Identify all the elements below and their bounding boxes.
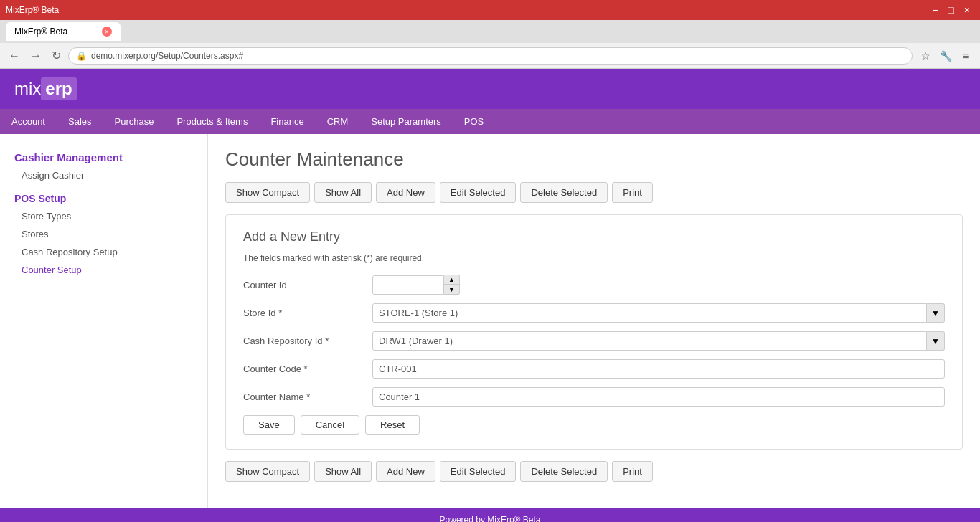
- store-id-row: Store Id * STORE-1 (Store 1) ▼: [243, 303, 945, 323]
- top-button-bar: Show Compact Show All Add New Edit Selec…: [225, 182, 963, 203]
- sidebar-item-store-types[interactable]: Store Types: [0, 207, 207, 225]
- store-id-dropdown-button[interactable]: ▼: [927, 303, 945, 323]
- back-button[interactable]: ←: [6, 47, 23, 65]
- nav-account[interactable]: Account: [0, 109, 57, 134]
- page-title: Counter Maintenance: [225, 148, 963, 171]
- cancel-button[interactable]: Cancel: [301, 415, 359, 435]
- tab-close-icon[interactable]: ×: [102, 27, 112, 37]
- logo-erp: erp: [41, 77, 76, 100]
- app-header: mixerp: [0, 69, 980, 109]
- counter-name-control: [372, 387, 945, 407]
- show-all-bottom-button[interactable]: Show All: [314, 461, 372, 482]
- pos-setup-title: POS Setup: [0, 184, 207, 207]
- counter-id-label: Counter Id: [243, 280, 372, 290]
- print-bottom-button[interactable]: Print: [612, 461, 653, 482]
- store-id-label: Store Id *: [243, 308, 372, 318]
- browser-window: MixErp® Beta − □ × MixErp® Beta × ← → ↻ …: [0, 0, 980, 69]
- cash-repo-id-control: DRW1 (Drawer 1) ▼: [372, 331, 945, 351]
- print-top-button[interactable]: Print: [612, 182, 653, 203]
- edit-selected-top-button[interactable]: Edit Selected: [440, 182, 517, 203]
- add-new-top-button[interactable]: Add New: [376, 182, 435, 203]
- store-id-select[interactable]: STORE-1 (Store 1): [372, 303, 927, 323]
- forward-button[interactable]: →: [27, 47, 44, 65]
- nav-crm[interactable]: CRM: [316, 109, 360, 134]
- delete-selected-bottom-button[interactable]: Delete Selected: [520, 461, 608, 482]
- sidebar-item-assign-cashier[interactable]: Assign Cashier: [0, 166, 207, 184]
- toolbar-icons: ☆ 🔧 ≡: [917, 47, 974, 65]
- close-button[interactable]: ×: [960, 0, 974, 20]
- save-button[interactable]: Save: [243, 415, 295, 435]
- tab-title: MixErp® Beta: [14, 27, 67, 37]
- show-compact-top-button[interactable]: Show Compact: [225, 182, 310, 203]
- app-footer: Powered by MixErp® Beta: [0, 508, 980, 522]
- menu-icon[interactable]: ≡: [957, 47, 974, 65]
- sidebar: Cashier Management Assign Cashier POS Se…: [0, 134, 208, 508]
- window-controls: − □ ×: [928, 0, 974, 20]
- maximize-button[interactable]: □: [943, 0, 958, 20]
- tab-bar: MixErp® Beta ×: [0, 20, 980, 43]
- nav-finance[interactable]: Finance: [259, 109, 315, 134]
- title-bar: MixErp® Beta − □ ×: [0, 0, 980, 20]
- reset-button[interactable]: Reset: [365, 415, 420, 435]
- footer-text: Powered by MixErp® Beta: [440, 515, 541, 522]
- minimize-button[interactable]: −: [928, 0, 942, 20]
- nav-purchase[interactable]: Purchase: [103, 109, 166, 134]
- nav-products[interactable]: Products & Items: [165, 109, 259, 134]
- cash-repo-id-label: Cash Repository Id *: [243, 336, 372, 346]
- counter-id-input[interactable]: [372, 275, 444, 295]
- counter-name-row: Counter Name *: [243, 387, 945, 407]
- counter-code-input[interactable]: [372, 359, 945, 379]
- counter-id-spinner: ▲ ▼: [372, 275, 945, 295]
- edit-selected-bottom-button[interactable]: Edit Selected: [440, 461, 517, 482]
- counter-name-input[interactable]: [372, 387, 945, 407]
- url-text: demo.mixerp.org/Setup/Counters.aspx#: [91, 51, 905, 61]
- bookmark-icon[interactable]: ☆: [917, 47, 934, 65]
- counter-id-control: ▲ ▼: [372, 275, 945, 295]
- lock-icon: 🔒: [76, 51, 87, 61]
- sidebar-item-counter-setup[interactable]: Counter Setup: [0, 261, 207, 279]
- nav-pos[interactable]: POS: [453, 109, 495, 134]
- nav-sales[interactable]: Sales: [57, 109, 103, 134]
- store-id-select-wrap: STORE-1 (Store 1) ▼: [372, 303, 945, 323]
- counter-code-label: Counter Code *: [243, 364, 372, 374]
- browser-toolbar: ← → ↻ 🔒 demo.mixerp.org/Setup/Counters.a…: [0, 43, 980, 69]
- counter-name-label: Counter Name *: [243, 392, 372, 402]
- spinner-down-button[interactable]: ▼: [444, 285, 460, 295]
- main-layout: Cashier Management Assign Cashier POS Se…: [0, 134, 980, 508]
- window-title: MixErp® Beta: [6, 5, 928, 15]
- counter-id-row: Counter Id ▲ ▼: [243, 275, 945, 295]
- cash-repo-id-select[interactable]: DRW1 (Drawer 1): [372, 331, 927, 351]
- cash-repo-dropdown-button[interactable]: ▼: [927, 331, 945, 351]
- add-new-bottom-button[interactable]: Add New: [376, 461, 435, 482]
- extension-icon[interactable]: 🔧: [937, 47, 954, 65]
- delete-selected-top-button[interactable]: Delete Selected: [520, 182, 608, 203]
- spinner-up-button[interactable]: ▲: [444, 275, 460, 285]
- required-note: The fields marked with asterisk (*) are …: [243, 253, 945, 263]
- counter-code-row: Counter Code *: [243, 359, 945, 379]
- cash-repo-select-wrap: DRW1 (Drawer 1) ▼: [372, 331, 945, 351]
- nav-setup[interactable]: Setup Paramters: [359, 109, 453, 134]
- app-container: mixerp Account Sales Purchase Products &…: [0, 69, 980, 522]
- form-title: Add a New Entry: [243, 229, 945, 245]
- address-bar[interactable]: 🔒 demo.mixerp.org/Setup/Counters.aspx#: [68, 47, 913, 65]
- show-compact-bottom-button[interactable]: Show Compact: [225, 461, 310, 482]
- show-all-top-button[interactable]: Show All: [314, 182, 372, 203]
- logo-mix: mix: [14, 79, 41, 99]
- bottom-button-bar: Show Compact Show All Add New Edit Selec…: [225, 461, 963, 482]
- cash-repo-id-row: Cash Repository Id * DRW1 (Drawer 1) ▼: [243, 331, 945, 351]
- sidebar-item-stores[interactable]: Stores: [0, 225, 207, 243]
- spinner-buttons: ▲ ▼: [444, 275, 460, 295]
- reload-button[interactable]: ↻: [49, 46, 64, 65]
- main-content: Counter Maintenance Show Compact Show Al…: [208, 134, 980, 508]
- browser-tab[interactable]: MixErp® Beta ×: [6, 22, 121, 41]
- form-card: Add a New Entry The fields marked with a…: [225, 214, 963, 450]
- nav-bar: Account Sales Purchase Products & Items …: [0, 109, 980, 134]
- counter-code-control: [372, 359, 945, 379]
- sidebar-item-cash-repo[interactable]: Cash Repository Setup: [0, 243, 207, 261]
- store-id-control: STORE-1 (Store 1) ▼: [372, 303, 945, 323]
- cashier-management-title: Cashier Management: [0, 146, 207, 166]
- form-actions: Save Cancel Reset: [243, 415, 945, 435]
